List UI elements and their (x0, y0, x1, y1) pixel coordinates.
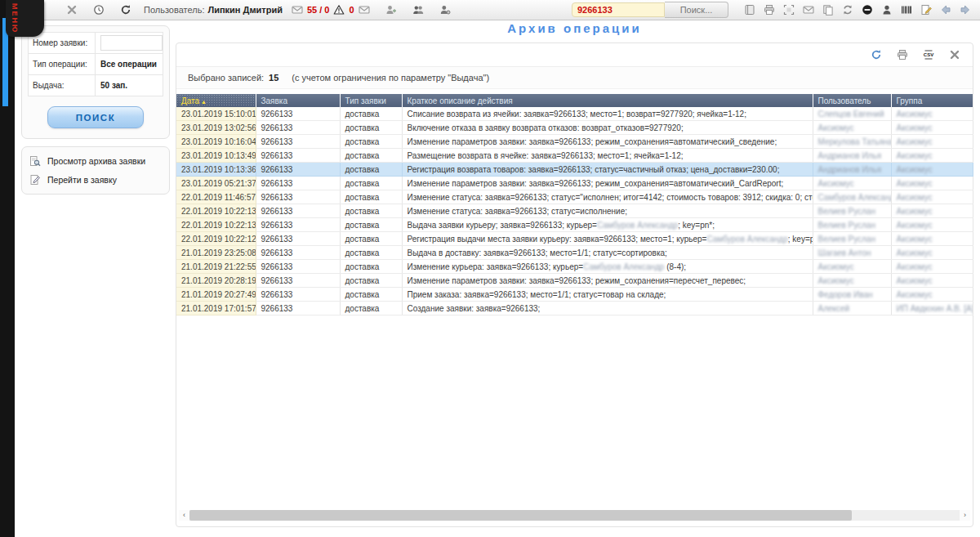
table-row[interactable]: 23.01.2019 15:10:019266133доставкаСписан… (176, 107, 973, 121)
clock-icon[interactable] (92, 3, 105, 16)
user-icon[interactable] (880, 3, 893, 16)
cell-description: Изменение статуса: заявка=9266133; стату… (402, 190, 813, 204)
table-row[interactable]: 21.01.2019 23:25:089266133доставкаВыдача… (176, 246, 973, 260)
request-number-label: Номер заявки: (29, 33, 96, 53)
redacted-group-name: ИП Авдюхин А.В. [А] (897, 304, 973, 313)
redacted-user-name: Велиев Руслан (818, 207, 875, 216)
table-row[interactable]: 21.01.2019 17:01:579266133доставкаСоздан… (176, 302, 973, 315)
table-row[interactable]: 21.01.2019 21:22:559266133доставкаИзмене… (176, 260, 973, 274)
cell-user: Велиев Руслан (813, 232, 891, 246)
global-search-button[interactable]: Поиск... (665, 2, 728, 18)
cell-description: Изменение статуса: заявка=9266133; стату… (402, 204, 813, 218)
cell-request: 9266133 (256, 190, 340, 204)
mail-icon[interactable] (291, 3, 304, 16)
users-icon[interactable] (412, 3, 425, 16)
sidebar-search-button[interactable]: ПОИСК (47, 106, 144, 128)
cell-user: Андрианов Илья (813, 163, 891, 177)
request-number-input[interactable] (100, 35, 163, 51)
table-row[interactable]: 23.01.2019 10:16:049266133доставкаИзмене… (176, 135, 973, 149)
column-header-1[interactable]: Дата ▲ (176, 94, 256, 107)
cell-request-type: доставка (340, 177, 402, 190)
operation-type-value[interactable]: Все операции (96, 54, 163, 74)
redacted-group-name: Аксиомус (897, 193, 933, 202)
block-icon[interactable] (861, 3, 874, 16)
operations-table: Дата ▲ЗаявкаТип заявкиКраткое описание д… (176, 94, 973, 315)
barcode-icon[interactable] (900, 3, 913, 16)
link-view-archive[interactable]: Просмотр архива заявки (29, 154, 163, 168)
table-row[interactable]: 21.01.2019 20:28:199266133доставкаИзмене… (176, 274, 973, 288)
cell-group: Аксиомус (891, 107, 973, 121)
settings-icon[interactable] (948, 48, 961, 61)
sync-icon[interactable] (841, 3, 854, 16)
menu-tab[interactable]: МЕНЮ (6, 0, 44, 37)
svg-text:CSV: CSV (924, 52, 933, 57)
table-row[interactable]: 22.01.2019 10:22:129266133доставкаРегист… (176, 232, 973, 246)
redacted-group-name: Аксиомус (897, 110, 933, 119)
table-row[interactable]: 23.01.2019 13:02:569266133доставкаВключе… (176, 121, 973, 135)
scan-icon[interactable] (782, 3, 795, 16)
link-goto-request[interactable]: Перейти в заявку (29, 173, 163, 186)
limit-label: Выдача: (29, 75, 96, 96)
arrow-right-icon[interactable] (959, 3, 972, 16)
cell-group: Аксиомус (891, 149, 973, 163)
toolbar-user-icons (358, 3, 452, 16)
redacted-user-name: Меркулова Татьяна (818, 137, 892, 146)
table-row[interactable]: 21.01.2019 20:27:499266133доставкаПрием … (176, 288, 973, 302)
column-header-5[interactable]: Пользователь (813, 94, 891, 107)
printer-icon[interactable] (896, 48, 909, 61)
table-row[interactable]: 22.01.2019 10:22:139266133доставкаИзмене… (176, 204, 973, 218)
redacted-group-name: Аксиомус (897, 165, 933, 174)
table-row[interactable]: 23.01.2019 10:13:499266133доставкаРазмещ… (176, 149, 973, 163)
cell-request-type: доставка (340, 149, 402, 163)
scroll-right-arrow[interactable]: › (960, 510, 970, 521)
column-header-4[interactable]: Краткое описание действия (402, 94, 813, 107)
refresh-blue-icon[interactable] (870, 48, 883, 61)
scroll-left-arrow[interactable]: ‹ (179, 510, 189, 521)
warning-icon[interactable] (332, 3, 345, 16)
cell-request-type: доставка (340, 163, 402, 177)
redacted-user-name: Шагаев Антон (818, 248, 871, 257)
mail-icon[interactable] (802, 3, 815, 16)
table-row[interactable]: 23.01.2019 10:13:369266133доставкаРегист… (176, 163, 973, 177)
form-row-request-number: Номер заявки: (29, 33, 163, 54)
cell-date: 22.01.2019 10:22:13 (176, 218, 256, 232)
cell-request-type: доставка (340, 302, 402, 315)
redacted-user-name: Федоров Иван (818, 290, 873, 299)
cell-group: Аксиомус (891, 135, 973, 149)
user-add-icon[interactable] (385, 3, 398, 16)
table-row[interactable]: 22.01.2019 10:22:139266133доставкаВыдача… (176, 218, 973, 232)
cell-request-type: доставка (340, 190, 402, 204)
cell-group: Аксиомус (891, 260, 973, 274)
cell-date: 21.01.2019 20:27:49 (176, 288, 256, 302)
column-header-3[interactable]: Тип заявки (340, 94, 402, 107)
table-row[interactable]: 22.01.2019 11:46:579266133доставкаИзмене… (176, 190, 973, 204)
redacted-group-name: Аксиомус (897, 221, 933, 230)
cell-group: Аксиомус (891, 121, 973, 135)
redacted-group-name: Аксиомус (897, 235, 933, 244)
arrow-left-icon[interactable] (939, 3, 952, 16)
selected-records-line: Выбрано записей: 15 (с учетом ограничени… (176, 67, 973, 89)
cell-date: 21.01.2019 21:22:55 (176, 260, 256, 274)
redacted-user-name: Велиев Руслан (818, 221, 875, 230)
refresh-icon[interactable] (119, 3, 132, 16)
cell-description: Списание возврата из ячейки: заявка=9266… (402, 107, 813, 121)
column-header-2[interactable]: Заявка (256, 94, 340, 107)
global-search-input[interactable] (572, 2, 665, 17)
cell-date: 21.01.2019 23:25:08 (176, 246, 256, 260)
notebook-icon[interactable] (743, 3, 756, 16)
user-key-icon[interactable] (439, 3, 452, 16)
scrollbar-track[interactable] (189, 510, 960, 521)
limit-value[interactable]: 50 зап. (96, 75, 163, 96)
redacted-group-name: Аксиомус (897, 207, 933, 216)
copy-icon[interactable] (822, 3, 835, 16)
cell-date: 23.01.2019 10:13:36 (176, 163, 256, 177)
csv-icon[interactable]: CSV (922, 48, 935, 61)
cell-date: 22.01.2019 10:22:12 (176, 232, 256, 246)
column-header-6[interactable]: Группа (891, 94, 973, 107)
doc-edit-icon[interactable] (920, 3, 933, 16)
scrollbar-thumb[interactable] (189, 510, 852, 521)
tools-icon[interactable] (65, 3, 78, 16)
table-row[interactable]: 23.01.2019 05:21:379266133доставкаИзмене… (176, 177, 973, 190)
printer-icon[interactable] (763, 3, 776, 16)
mail-icon[interactable] (358, 3, 371, 16)
